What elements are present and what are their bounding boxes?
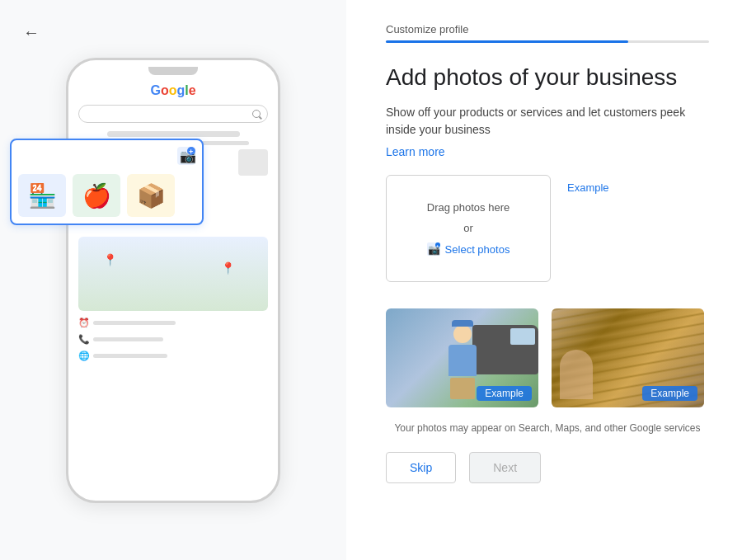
select-photos-label: Select photos	[445, 243, 510, 256]
footer-note: Your photos may appear on Search, Maps, …	[386, 421, 709, 435]
upload-row: Drag photos here or 📷 + Select photos Ex…	[386, 175, 709, 295]
info-lines: ⏰ 📞 🌐	[78, 311, 268, 374]
phone-search-icon	[252, 110, 261, 118]
logo-o1: o	[161, 83, 169, 98]
skip-button[interactable]: Skip	[386, 452, 456, 483]
logo-o2: o	[169, 83, 177, 98]
skeleton-1	[107, 131, 240, 137]
example-photo-1: Example	[386, 308, 538, 407]
skel-b	[93, 337, 163, 341]
phone-search-bar	[78, 105, 268, 123]
progress-section: Customize profile	[386, 23, 709, 43]
delivery-body	[448, 345, 477, 376]
upload-drop-zone[interactable]: Drag photos here or 📷 + Select photos	[386, 175, 551, 282]
description-text: Show off your products or services and l…	[386, 104, 709, 139]
delivery-head	[453, 325, 472, 343]
progress-label: Customize profile	[386, 23, 709, 35]
example-badge-1: Example	[477, 386, 532, 401]
thumb-2: 🍎	[73, 174, 120, 217]
svg-text:+: +	[436, 243, 439, 248]
photo-thumbs: 🏪 🍎 📦	[18, 174, 195, 217]
svg-text:+: +	[189, 148, 193, 156]
info-row-clock: ⏰	[78, 318, 268, 328]
drag-text: Drag photos here	[427, 201, 510, 214]
phone-icon: 📞	[78, 334, 88, 345]
photo-card-header: 📷 +	[18, 147, 195, 169]
example-photo-2: Example	[552, 308, 704, 407]
back-arrow[interactable]: ←	[23, 23, 40, 42]
button-row: Skip Next	[386, 452, 709, 483]
thumb-3: 📦	[127, 174, 175, 217]
add-photo-overlay-icon: 📷 +	[177, 147, 195, 169]
example-badge-2: Example	[642, 386, 697, 401]
delivery-hat	[452, 320, 473, 327]
thumb-1: 🏪	[18, 174, 66, 217]
skel-c	[93, 354, 167, 358]
info-row-phone: 📞	[78, 334, 268, 345]
progress-bar-fill	[386, 40, 628, 43]
phone-notch	[148, 67, 198, 75]
skel-a	[93, 321, 176, 325]
map-pin-1: 📍	[103, 253, 117, 266]
map-area: 📍 📍	[78, 237, 268, 311]
select-photos-button[interactable]: 📷 + Select photos	[427, 242, 510, 256]
delivery-box	[450, 378, 475, 399]
map-pin-2: 📍	[221, 261, 235, 275]
or-text: or	[463, 222, 473, 234]
right-panel: Customize profile Add photos of your bus…	[346, 0, 742, 560]
logo-g: G	[150, 83, 160, 98]
example-photos: Example Example	[386, 308, 709, 407]
google-logo: G o o g l e	[150, 83, 195, 98]
web-icon: 🌐	[78, 351, 88, 361]
info-row-web: 🌐	[78, 351, 268, 361]
example-link-side[interactable]: Example	[567, 181, 609, 194]
learn-more-link[interactable]: Learn more	[386, 145, 709, 158]
select-photos-icon: 📷 +	[427, 242, 440, 256]
page-title: Add photos of your business	[386, 63, 709, 92]
clock-icon: ⏰	[78, 318, 88, 328]
hand-overlay	[560, 350, 593, 399]
next-button[interactable]: Next	[469, 452, 541, 483]
progress-bar-bg	[386, 40, 709, 43]
phone-mockup: G o o g l e ★ ★ ★ ★ ★	[66, 58, 280, 503]
left-panel: ← G o o g l e ★ ★ ★	[0, 0, 346, 560]
van-window	[510, 328, 535, 345]
logo-e: e	[189, 83, 196, 98]
biz-placeholder	[238, 149, 268, 176]
logo-g2: g	[176, 83, 185, 98]
photo-card-overlay: 📷 + 🏪 🍎 📦	[10, 139, 204, 225]
